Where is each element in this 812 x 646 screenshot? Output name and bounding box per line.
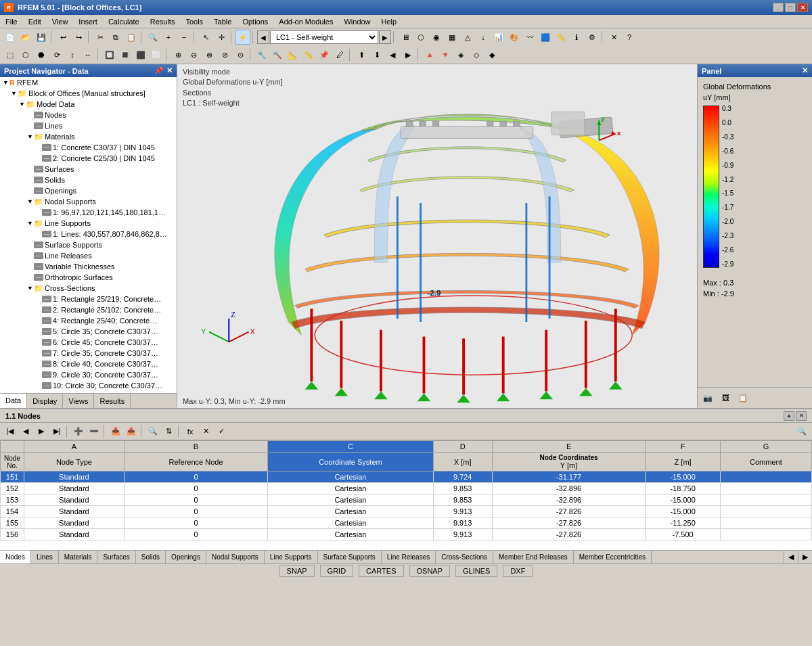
- move-icon[interactable]: ✛: [214, 30, 229, 45]
- bt-filter[interactable]: 🔍: [145, 424, 160, 439]
- colors-icon[interactable]: 🎨: [507, 30, 522, 45]
- panel-icon-1[interactable]: 📷: [700, 390, 715, 405]
- tb2-20[interactable]: 📌: [317, 47, 332, 62]
- tb2-4[interactable]: ⟳: [49, 47, 64, 62]
- table-row[interactable]: 156 Standard 0 Cartesian 9.913 -27.826 -…: [1, 529, 812, 540]
- btab-scroll-right[interactable]: ▶: [798, 551, 812, 563]
- tree-item-crossSections[interactable]: ▼📁Cross-Sections: [0, 283, 177, 294]
- tree-item-mat1[interactable]: —1: Concrete C30/37 | DIN 1045: [0, 142, 177, 153]
- tree-item-rfem[interactable]: ▼RRFEM: [0, 77, 177, 88]
- nav-close-icon[interactable]: ✕: [166, 66, 173, 75]
- tb2-22[interactable]: ⬆: [354, 47, 369, 62]
- cut-icon[interactable]: ✂: [93, 30, 108, 45]
- btab-openings[interactable]: Openings: [166, 551, 206, 563]
- tree-item-surfaces[interactable]: —Surfaces: [0, 164, 177, 175]
- 3d-view[interactable]: Visibility mode Global Deformations u-Y …: [177, 64, 697, 408]
- tree-item-modelData[interactable]: ▼📁Model Data: [0, 99, 177, 110]
- menu-edit[interactable]: Edit: [23, 16, 47, 27]
- bottom-resize-btn[interactable]: ▲: [784, 411, 794, 421]
- panel-icon-3[interactable]: 📋: [736, 390, 750, 405]
- tb2-28[interactable]: ◈: [453, 47, 468, 62]
- bt-prev[interactable]: ◀: [18, 424, 33, 439]
- menu-addon[interactable]: Add-on Modules: [273, 16, 338, 27]
- tb2-26[interactable]: 🔺: [422, 47, 437, 62]
- tb2-11[interactable]: ⊕: [171, 47, 185, 62]
- tree-item-cs5[interactable]: —5: Circle 35; Concrete C30/37…: [0, 326, 177, 337]
- nav-header-icons[interactable]: 📌 ✕: [154, 66, 173, 75]
- btab-member-end-releases[interactable]: Member End Releases: [493, 551, 574, 563]
- tree-item-cs7[interactable]: —7: Circle 35; Concrete C30/37…: [0, 348, 177, 359]
- info-icon[interactable]: ℹ: [569, 30, 584, 45]
- status-cartes[interactable]: CARTES: [359, 565, 403, 577]
- status-dxf[interactable]: DXF: [503, 565, 533, 577]
- tree-item-cs8[interactable]: —8: Circle 40; Concrete C30/37…: [0, 359, 177, 369]
- bt-export[interactable]: 📤: [124, 424, 139, 439]
- tb2-21[interactable]: 🖊: [332, 47, 347, 62]
- new-icon[interactable]: 📄: [3, 30, 18, 45]
- select-icon[interactable]: ↖: [198, 30, 213, 45]
- btab-surfaces[interactable]: Surfaces: [97, 551, 135, 563]
- menu-file[interactable]: File: [0, 16, 23, 27]
- tb2-18[interactable]: 📐: [286, 47, 300, 62]
- bt-first[interactable]: |◀: [3, 424, 18, 439]
- bt-next[interactable]: ▶: [34, 424, 49, 439]
- tb2-15[interactable]: ⊙: [233, 47, 248, 62]
- panel-icon-2[interactable]: 🖼: [718, 390, 733, 405]
- table-row[interactable]: 154 Standard 0 Cartesian 9.913 -27.826 -…: [1, 506, 812, 517]
- close-button[interactable]: ✕: [797, 3, 808, 12]
- bt-last[interactable]: ▶|: [49, 424, 64, 439]
- menu-options[interactable]: Options: [237, 16, 273, 27]
- tree-item-openings[interactable]: —Openings: [0, 185, 177, 196]
- tb2-1[interactable]: ⬚: [3, 47, 18, 62]
- delete-icon[interactable]: ✕: [606, 30, 621, 45]
- table-row[interactable]: 153 Standard 0 Cartesian 9.853 -32.896 -…: [1, 494, 812, 506]
- tb2-16[interactable]: 🔧: [254, 47, 269, 62]
- btab-cross-sections[interactable]: Cross-Sections: [436, 551, 493, 563]
- deform-icon[interactable]: 〰: [522, 30, 537, 45]
- nav-pin-icon[interactable]: 📌: [154, 66, 164, 75]
- menu-tools[interactable]: Tools: [180, 16, 208, 27]
- maximize-button[interactable]: □: [785, 3, 796, 12]
- status-snap[interactable]: SNAP: [279, 565, 315, 577]
- tree-item-lineSupports[interactable]: ▼📁Line Supports: [0, 218, 177, 229]
- tree-item-cs6[interactable]: —6: Circle 45; Concrete C30/37…: [0, 337, 177, 348]
- tree-item-surfaceSupports[interactable]: —Surface Supports: [0, 239, 177, 250]
- tree-item-lines[interactable]: —Lines: [0, 120, 177, 131]
- tb2-25[interactable]: ▶: [401, 47, 415, 62]
- nodes-icon[interactable]: ◉: [429, 30, 444, 45]
- tb2-23[interactable]: ⬇: [369, 47, 384, 62]
- tb2-13[interactable]: ⊗: [202, 47, 217, 62]
- tb2-6[interactable]: ↔: [81, 47, 95, 62]
- bt-add[interactable]: ➕: [71, 424, 86, 439]
- surface-icon[interactable]: 🟦: [538, 30, 553, 45]
- status-osnap[interactable]: OSNAP: [409, 565, 451, 577]
- zoom-in-icon[interactable]: +: [161, 30, 176, 45]
- tree-item-cs1[interactable]: —1: Rectangle 25/219; Concrete…: [0, 294, 177, 304]
- menu-view[interactable]: View: [47, 16, 74, 27]
- table-row[interactable]: 155 Standard 0 Cartesian 9.913 -27.826 -…: [1, 517, 812, 529]
- tree-item-nodalSupports[interactable]: ▼📁Nodal Supports: [0, 196, 177, 207]
- bt-x[interactable]: ✕: [198, 424, 213, 439]
- status-grid[interactable]: GRID: [320, 565, 354, 577]
- menu-results[interactable]: Results: [145, 16, 181, 27]
- tb2-2[interactable]: ⬡: [18, 47, 33, 62]
- btab-materials[interactable]: Materials: [59, 551, 98, 563]
- tree-item-block[interactable]: ▼📁Block of Offices [Manual structures]: [0, 88, 177, 99]
- tree-item-solids[interactable]: —Solids: [0, 175, 177, 185]
- lc-next-btn[interactable]: ▶: [379, 30, 391, 44]
- tb2-14[interactable]: ⊘: [217, 47, 232, 62]
- btab-nodal-supports[interactable]: Nodal Supports: [206, 551, 265, 563]
- tree-item-variableThick[interactable]: —Variable Thicknesses: [0, 261, 177, 272]
- tb2-8[interactable]: 🔳: [118, 47, 133, 62]
- zoom-icon[interactable]: 🔍: [145, 30, 160, 45]
- loads-icon[interactable]: ↓: [476, 30, 491, 45]
- btab-lines[interactable]: Lines: [31, 551, 59, 563]
- panel-close-icon[interactable]: ✕: [802, 66, 808, 75]
- tb2-30[interactable]: ◆: [484, 47, 499, 62]
- tab-data[interactable]: Data: [0, 394, 27, 408]
- tb2-27[interactable]: 🔻: [438, 47, 453, 62]
- members-icon[interactable]: 📏: [554, 30, 568, 45]
- menu-table[interactable]: Table: [208, 16, 237, 27]
- wireframe-icon[interactable]: ⬡: [413, 30, 428, 45]
- elements-icon[interactable]: ▦: [445, 30, 459, 45]
